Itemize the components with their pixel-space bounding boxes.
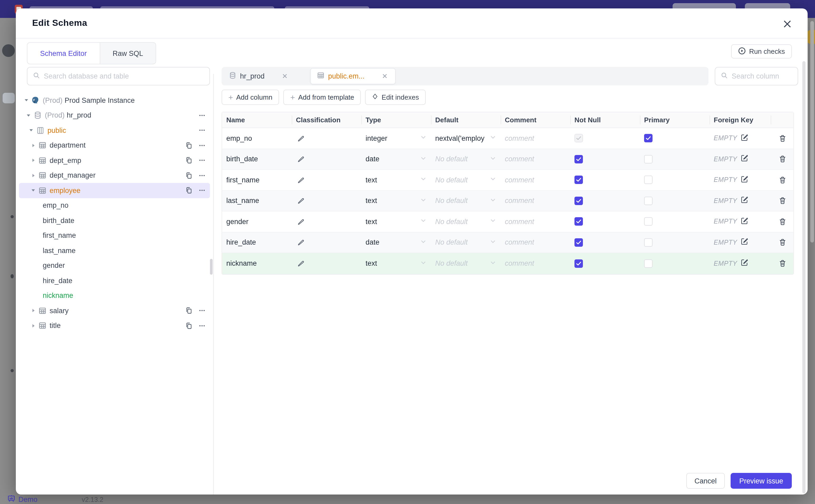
not-null-checkbox[interactable] [575, 238, 583, 247]
tab-raw-sql[interactable]: Raw SQL [100, 42, 156, 64]
duplicate-table-icon[interactable] [185, 172, 192, 180]
foreign-key-editor[interactable]: EMPTY [714, 175, 748, 185]
comment-input[interactable]: comment [501, 134, 570, 142]
default-select[interactable]: No default [431, 175, 501, 185]
primary-checkbox[interactable] [644, 155, 653, 163]
edit-classification-icon[interactable] [296, 196, 305, 206]
tree-item-department[interactable]: department [19, 138, 210, 153]
primary-checkbox[interactable] [644, 217, 653, 226]
preview-issue-button[interactable]: Preview issue [731, 473, 792, 489]
foreign-key-editor[interactable]: EMPTY [714, 217, 748, 227]
default-select[interactable]: nextval('employ [431, 134, 501, 143]
delete-column-icon[interactable] [778, 238, 787, 247]
edit-indexes-button[interactable]: Edit indexes [365, 90, 426, 105]
editor-tab-hr-prod[interactable]: hr_prod ✕ [223, 68, 308, 84]
default-select[interactable]: No default [431, 238, 501, 247]
tree-item-nickname[interactable]: nickname [19, 288, 210, 303]
type-select[interactable]: text [361, 175, 431, 185]
column-name-cell[interactable]: gender [222, 218, 292, 226]
comment-input[interactable]: comment [501, 260, 570, 268]
primary-checkbox[interactable] [644, 197, 653, 205]
tab-schema-editor[interactable]: Schema Editor [27, 42, 100, 64]
foreign-key-editor[interactable]: EMPTY [714, 259, 748, 269]
duplicate-table-icon[interactable] [185, 322, 192, 330]
tree-item-birth_date[interactable]: birth_date [19, 213, 210, 228]
column-name-cell[interactable]: nickname [222, 260, 292, 268]
default-select[interactable]: No default [431, 154, 501, 164]
more-actions-icon[interactable] [198, 322, 206, 330]
comment-input[interactable]: comment [501, 176, 570, 184]
tree-item-public[interactable]: public [19, 123, 210, 138]
tree-item-employee[interactable]: employee [19, 183, 210, 198]
delete-column-icon[interactable] [778, 175, 787, 185]
more-actions-icon[interactable] [198, 142, 206, 149]
modal-scrollbar[interactable] [802, 61, 806, 493]
default-select[interactable]: No default [431, 196, 501, 206]
primary-checkbox[interactable] [644, 259, 653, 268]
delete-column-icon[interactable] [778, 134, 787, 143]
not-null-checkbox[interactable] [575, 217, 583, 226]
caret-right-icon[interactable] [30, 308, 36, 314]
edit-classification-icon[interactable] [296, 134, 305, 143]
tree-item-hr_prod[interactable]: (Prod)hr_prod [19, 108, 210, 123]
edit-classification-icon[interactable] [296, 238, 305, 247]
tree-item-prodsampleinstance[interactable]: (Prod)Prod Sample Instance [19, 93, 210, 108]
demo-link[interactable]: Demo [7, 495, 37, 504]
column-name-cell[interactable]: last_name [222, 197, 292, 205]
more-actions-icon[interactable] [198, 127, 206, 134]
tree-item-gender[interactable]: gender [19, 258, 210, 273]
caret-down-icon[interactable] [25, 113, 31, 118]
default-select[interactable]: No default [431, 217, 501, 226]
type-select[interactable]: text [361, 196, 431, 206]
column-search-input[interactable] [732, 72, 792, 80]
delete-column-icon[interactable] [778, 259, 787, 268]
caret-right-icon[interactable] [30, 158, 36, 163]
type-select[interactable]: date [361, 154, 431, 164]
more-actions-icon[interactable] [198, 172, 206, 180]
column-name-cell[interactable]: emp_no [222, 134, 292, 142]
close-tab-icon[interactable]: ✕ [282, 72, 288, 80]
tree-item-salary[interactable]: salary [19, 303, 210, 318]
caret-down-icon[interactable] [28, 128, 34, 133]
editor-tab-public-employee[interactable]: public.em... ✕ [310, 68, 395, 84]
column-name-cell[interactable]: birth_date [222, 155, 292, 163]
type-select[interactable]: integer [361, 134, 431, 143]
sidebar-scrollbar[interactable] [210, 259, 212, 275]
panel-divider[interactable] [213, 74, 214, 495]
not-null-checkbox[interactable] [575, 197, 583, 205]
caret-down-icon[interactable] [30, 188, 36, 193]
run-checks-button[interactable]: Run checks [731, 44, 792, 59]
caret-right-icon[interactable] [30, 173, 36, 178]
caret-right-icon[interactable] [30, 143, 36, 148]
column-name-cell[interactable]: hire_date [222, 239, 292, 246]
comment-input[interactable]: comment [501, 218, 570, 226]
type-select[interactable]: text [361, 217, 431, 226]
edit-classification-icon[interactable] [296, 259, 305, 268]
type-select[interactable]: date [361, 238, 431, 247]
primary-checkbox[interactable] [644, 176, 653, 184]
comment-input[interactable]: comment [501, 155, 570, 163]
edit-classification-icon[interactable] [296, 154, 305, 164]
not-null-checkbox[interactable] [575, 155, 583, 163]
tree-item-title[interactable]: title [19, 318, 210, 333]
tree-item-dept_manager[interactable]: dept_manager [19, 168, 210, 183]
close-tab-icon[interactable]: ✕ [382, 72, 388, 80]
duplicate-table-icon[interactable] [185, 187, 192, 195]
delete-column-icon[interactable] [778, 217, 787, 226]
tree-item-first_name[interactable]: first_name [19, 228, 210, 243]
more-actions-icon[interactable] [198, 307, 206, 315]
edit-classification-icon[interactable] [296, 217, 305, 226]
caret-right-icon[interactable] [30, 323, 36, 329]
primary-checkbox[interactable] [644, 238, 653, 247]
add-from-template-button[interactable]: + Add from template [283, 90, 361, 105]
more-actions-icon[interactable] [198, 187, 206, 195]
delete-column-icon[interactable] [778, 196, 787, 206]
tree-item-hire_date[interactable]: hire_date [19, 273, 210, 288]
tree-item-emp_no[interactable]: emp_no [19, 198, 210, 213]
cancel-button[interactable]: Cancel [686, 473, 725, 489]
tree-item-last_name[interactable]: last_name [19, 243, 210, 258]
primary-checkbox[interactable] [644, 134, 653, 143]
foreign-key-editor[interactable]: EMPTY [714, 238, 748, 248]
more-actions-icon[interactable] [198, 112, 206, 119]
duplicate-table-icon[interactable] [185, 307, 192, 315]
